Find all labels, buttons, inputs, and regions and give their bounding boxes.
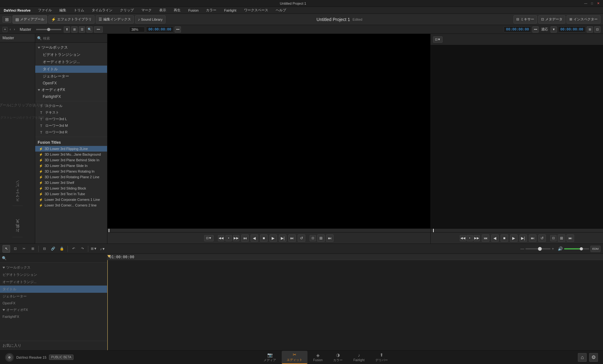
edit-index-button[interactable]: ☰ 編集インデックス: [96, 15, 134, 24]
sound-library-button[interactable]: ♪ Sound Library: [135, 15, 166, 24]
close-button[interactable]: ✕: [596, 1, 600, 6]
effects-search-input[interactable]: [43, 36, 105, 40]
right-jog-dot[interactable]: •: [467, 235, 473, 241]
tl-audio-trans-item[interactable]: オーディオトランジ...: [0, 278, 107, 286]
menu-edit[interactable]: 編集: [58, 7, 68, 13]
right-view-mode-btn[interactable]: ⊡▼: [433, 36, 443, 43]
tl-generators-item[interactable]: ジェネレーター: [0, 293, 107, 300]
nav-fwd-arrow[interactable]: ›: [13, 27, 16, 32]
dots-btn-right[interactable]: •••: [532, 26, 539, 33]
right-skip-end-btn[interactable]: ⏭: [529, 234, 536, 242]
titles-item[interactable]: タイトル: [35, 66, 107, 73]
menu-mark[interactable]: マーク: [140, 7, 153, 13]
more-options-button[interactable]: •••: [94, 26, 103, 33]
sort-button[interactable]: ⬆: [64, 26, 70, 33]
snap-tool[interactable]: ⊟: [41, 245, 48, 253]
zoom-in-icon[interactable]: +: [552, 247, 554, 251]
nav-back-arrow[interactable]: ‹: [9, 27, 12, 32]
menu-brand[interactable]: DaVinci Resolve: [3, 8, 32, 13]
tl-titles-item[interactable]: タイトル: [0, 286, 107, 293]
fusion-item-9[interactable]: ⚡ Lower 3rd Corporate Corners 1 Line: [35, 197, 107, 202]
nav-fairlight[interactable]: ♪ Fairlight: [348, 351, 370, 363]
lock-tool[interactable]: 🔒: [58, 245, 66, 253]
grid-view-button[interactable]: ⊞: [71, 26, 78, 33]
right-jog-left[interactable]: ◀◀: [460, 235, 466, 241]
right-timeline-bar[interactable]: [431, 228, 603, 232]
mixer-button[interactable]: ⊟ ミキサー: [513, 15, 537, 24]
tc-more-button[interactable]: •••: [175, 26, 181, 33]
menu-view[interactable]: 表示: [158, 7, 167, 13]
media-pool-button[interactable]: ▤ メディアプール: [13, 15, 47, 24]
right-skip-start[interactable]: ⏮: [482, 234, 489, 242]
menu-color[interactable]: カラー: [205, 7, 218, 13]
right-next-frame[interactable]: ▶|: [519, 234, 527, 242]
toolbox-category[interactable]: ツールボックス: [35, 44, 107, 51]
tl-open-fx-item[interactable]: OpenFX: [0, 300, 107, 306]
fusion-item-2[interactable]: ⚡ 3D Lower 3rd Plane Behind Slide In: [35, 157, 107, 163]
undo-btn[interactable]: ↶: [70, 245, 77, 253]
preview-timeline-bar[interactable]: [107, 228, 430, 232]
menu-fusion[interactable]: Fusion: [187, 8, 200, 13]
smooth-cut-tool[interactable]: ⊞: [29, 245, 36, 253]
tl-toolbox-category[interactable]: ツールボックス: [0, 264, 107, 271]
tl-audio-fx-category[interactable]: オーディオFX: [0, 306, 107, 313]
audio-options[interactable]: ♪▼: [99, 245, 106, 253]
menu-timeline[interactable]: タイムライン: [90, 7, 114, 13]
fusion-item-6[interactable]: ⚡ 3D Lower 3rd Shelf: [35, 180, 107, 185]
adapt-arrow[interactable]: ▼: [551, 26, 557, 33]
maximize-button[interactable]: □: [590, 1, 594, 6]
title-lower3rd-r[interactable]: T ローワー3rd R: [35, 129, 107, 136]
master-slider[interactable]: [36, 29, 61, 30]
play-btn[interactable]: ▶: [269, 234, 277, 242]
jog-dot[interactable]: •: [225, 235, 232, 241]
view-mode-btn[interactable]: ⊡▼: [204, 235, 214, 241]
audio-fx-category[interactable]: オーディオFX: [35, 86, 107, 94]
trim-tool[interactable]: ⊡: [11, 245, 19, 253]
right-prev-frame[interactable]: ◀: [491, 234, 499, 242]
right-loop[interactable]: ↺: [538, 234, 546, 242]
loop-btn[interactable]: ↺: [298, 234, 305, 242]
prev-frame-btn[interactable]: ◀: [251, 234, 258, 242]
menu-help[interactable]: ヘルプ: [274, 7, 287, 13]
timeline-zoom-slider[interactable]: [525, 248, 551, 249]
media-pool-icon-btn[interactable]: ⊞: [3, 16, 11, 23]
skip-start-btn[interactable]: ⏮: [241, 234, 249, 242]
zoom-level[interactable]: 38%: [129, 27, 145, 32]
tl-video-trans-item[interactable]: ビデオトランジション: [0, 271, 107, 278]
fairlight-fx-item[interactable]: FairlightFX: [35, 94, 107, 100]
menu-play[interactable]: 再生: [172, 7, 182, 13]
full-screen-btn[interactable]: ⊞: [317, 234, 325, 242]
right-fullscreen[interactable]: ⊞: [558, 234, 565, 242]
fusion-item-7[interactable]: ⚡ 3D Lower 3rd Sliding Block: [35, 185, 107, 191]
fusion-item-4[interactable]: ⚡ 3D Lower 3rd Planes Rotating In: [35, 169, 107, 174]
list-view-button[interactable]: ☰: [79, 26, 85, 33]
volume-thumb[interactable]: [580, 247, 583, 250]
audio-transitions-item[interactable]: オーディオトランジ...: [35, 58, 107, 66]
inspector-button[interactable]: ⊞ インスペクター: [567, 15, 600, 24]
zoom-out-icon[interactable]: —: [520, 247, 524, 251]
generators-item[interactable]: ジェネレーター: [35, 73, 107, 80]
menu-clip[interactable]: クリップ: [119, 7, 135, 13]
menu-fairlight[interactable]: Fairlight: [223, 8, 237, 13]
menu-file[interactable]: ファイル: [37, 7, 53, 13]
tl-fairlight-fx-item[interactable]: FairlightFX: [0, 313, 107, 320]
fusion-item-1[interactable]: ⚡ 3D Lower 3rd Mu...Jane Background: [35, 152, 107, 157]
blade-tool[interactable]: ✂: [20, 245, 28, 253]
nav-color[interactable]: ◑ カラー: [328, 351, 348, 364]
nav-deliver[interactable]: ⬆ デリバー: [370, 351, 393, 364]
cursor-tool[interactable]: ↖: [3, 245, 10, 253]
right-jog-right[interactable]: ▶▶: [474, 235, 480, 241]
right-skip-end[interactable]: ⏭: [326, 234, 334, 242]
redo-btn[interactable]: ↷: [79, 245, 86, 253]
add-bin-button[interactable]: +: [3, 27, 8, 32]
settings-btn[interactable]: ⚙: [589, 353, 598, 362]
fusion-item-3[interactable]: ⚡ 3D Lower 3rd Plane Slide In: [35, 163, 107, 169]
title-lower3rd-m[interactable]: T ローワー3rd M: [35, 122, 107, 129]
link-tool[interactable]: 🔗: [49, 245, 57, 253]
fusion-item-10[interactable]: ⚡ Lower 3rd Corner... Corners 2 line: [35, 202, 107, 208]
fusion-item-8[interactable]: ⚡ 3D Lower 3rd Text In Tube: [35, 191, 107, 197]
effects-library-button[interactable]: ⚡ エフェクトライブラリ: [48, 15, 95, 24]
nav-fusion[interactable]: ◈ Fusion: [308, 351, 328, 363]
jog-right-btn[interactable]: ▶▶: [233, 235, 239, 241]
viewer-options-btn[interactable]: ⊡: [310, 235, 316, 241]
